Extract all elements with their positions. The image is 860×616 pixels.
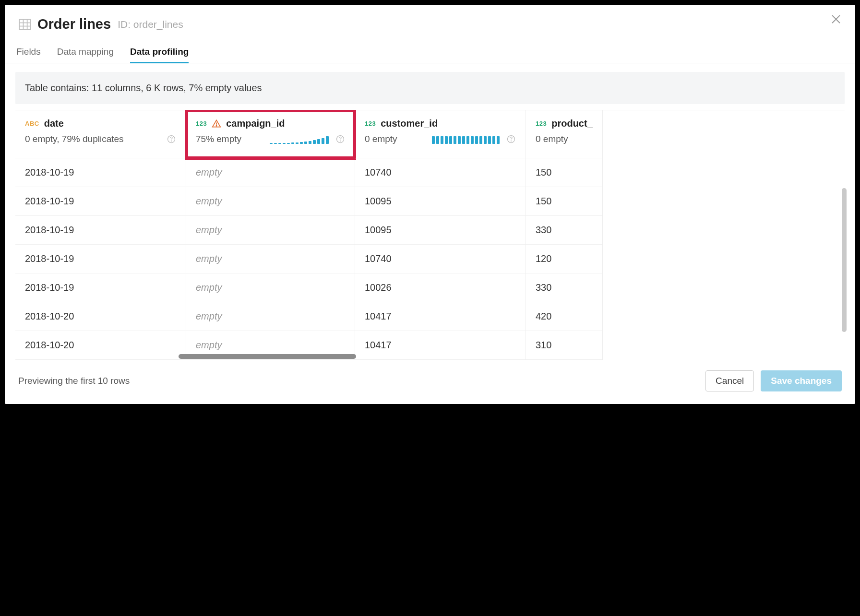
- cell[interactable]: empty: [186, 245, 355, 273]
- svg-point-12: [340, 141, 341, 141]
- sparkline: [402, 134, 500, 144]
- column-stats: 0 empty: [536, 134, 568, 144]
- column-name: product_: [551, 118, 593, 129]
- horizontal-scrollbar[interactable]: [179, 354, 356, 359]
- column-stats: 0 empty: [365, 134, 397, 144]
- cell[interactable]: 2018-10-20: [15, 331, 186, 360]
- cell[interactable]: 120: [526, 245, 602, 273]
- footer: Previewing the first 10 rows Cancel Save…: [5, 360, 855, 404]
- svg-rect-0: [19, 19, 30, 29]
- cell[interactable]: 10417: [355, 302, 526, 331]
- title-row: Order lines ID: order_lines: [18, 16, 842, 32]
- cell[interactable]: 2018-10-19: [15, 273, 186, 302]
- cell[interactable]: 2018-10-19: [15, 158, 186, 187]
- modal: Order lines ID: order_lines Fields Data …: [5, 5, 855, 404]
- table-icon: [18, 18, 32, 31]
- cell[interactable]: 310: [526, 331, 602, 360]
- cell[interactable]: 330: [526, 216, 602, 245]
- column-name: campaign_id: [226, 118, 285, 129]
- page-title: Order lines: [37, 16, 111, 32]
- cell[interactable]: 10095: [355, 187, 526, 216]
- preview-note: Previewing the first 10 rows: [18, 376, 130, 386]
- column-stats: 75% empty: [196, 134, 241, 144]
- cell[interactable]: 2018-10-19: [15, 216, 186, 245]
- cell[interactable]: 10740: [355, 245, 526, 273]
- type-tag: 123: [196, 120, 207, 127]
- tab-fields[interactable]: Fields: [16, 47, 41, 63]
- column-customer_id: 123customer_id0 empty1074010095100951074…: [355, 110, 526, 360]
- page-id: ID: order_lines: [118, 19, 183, 30]
- type-tag: 123: [536, 120, 547, 127]
- cell[interactable]: 330: [526, 273, 602, 302]
- help-icon[interactable]: [335, 134, 345, 144]
- type-tag: ABC: [25, 120, 39, 127]
- cell[interactable]: empty: [186, 273, 355, 302]
- column-campaign_id: 123campaign_id75% emptyemptyemptyemptyem…: [186, 110, 355, 360]
- save-button[interactable]: Save changes: [761, 370, 842, 391]
- cell[interactable]: empty: [186, 302, 355, 331]
- column-header[interactable]: 123product_0 empty: [526, 110, 602, 158]
- cell[interactable]: empty: [186, 158, 355, 187]
- cell[interactable]: 2018-10-19: [15, 187, 186, 216]
- cell[interactable]: empty: [186, 216, 355, 245]
- column-date: ABCdate0 empty, 79% duplicates2018-10-19…: [15, 110, 186, 360]
- tabs: Fields Data mapping Data profiling: [5, 47, 855, 63]
- vertical-scrollbar[interactable]: [842, 188, 847, 332]
- table: ABCdate0 empty, 79% duplicates2018-10-19…: [15, 110, 845, 360]
- help-icon[interactable]: [167, 134, 176, 144]
- cell[interactable]: 150: [526, 187, 602, 216]
- cell[interactable]: 10026: [355, 273, 526, 302]
- summary-banner: Table contains: 11 columns, 6 K rows, 7%…: [15, 72, 845, 104]
- column-header[interactable]: 123campaign_id75% empty: [186, 110, 355, 158]
- svg-point-14: [511, 141, 512, 141]
- column-name: customer_id: [381, 118, 438, 129]
- help-icon[interactable]: [506, 134, 516, 144]
- cell[interactable]: 150: [526, 158, 602, 187]
- column-header[interactable]: 123customer_id0 empty: [355, 110, 526, 158]
- type-tag: 123: [365, 120, 376, 127]
- cell[interactable]: empty: [186, 187, 355, 216]
- footer-buttons: Cancel Save changes: [705, 370, 842, 391]
- svg-point-10: [216, 125, 217, 126]
- column-name: date: [44, 118, 64, 129]
- tab-data-profiling[interactable]: Data profiling: [130, 47, 189, 63]
- column-stats: 0 empty, 79% duplicates: [25, 134, 124, 144]
- close-button[interactable]: [830, 13, 842, 27]
- cell[interactable]: 2018-10-19: [15, 245, 186, 273]
- cell[interactable]: 10740: [355, 158, 526, 187]
- modal-header: Order lines ID: order_lines: [5, 5, 855, 32]
- cell[interactable]: 420: [526, 302, 602, 331]
- cell[interactable]: 10095: [355, 216, 526, 245]
- sparkline: [246, 134, 329, 144]
- cancel-button[interactable]: Cancel: [705, 370, 754, 391]
- cell[interactable]: 2018-10-20: [15, 302, 186, 331]
- column-header[interactable]: ABCdate0 empty, 79% duplicates: [15, 110, 186, 158]
- warning-icon: [212, 119, 221, 129]
- column-product_: 123product_0 empty150150330120330420310: [526, 110, 603, 360]
- cell[interactable]: 10417: [355, 331, 526, 360]
- tab-data-mapping[interactable]: Data mapping: [57, 47, 114, 63]
- svg-point-8: [171, 141, 172, 141]
